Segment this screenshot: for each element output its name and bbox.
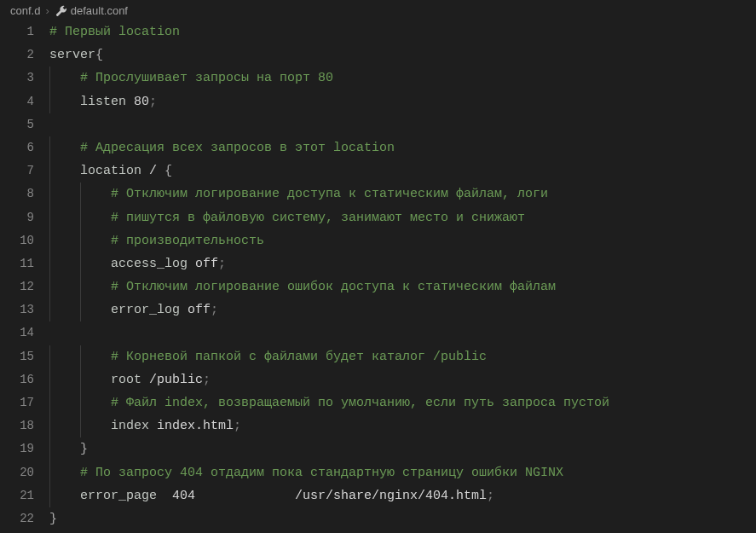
line-content: error_page 404 /usr/share/nginx/404.html… [49,484,494,507]
line-content: # Файл index, возвращаемый по умолчанию,… [49,391,609,414]
token: # Корневой папкой с файлами будет катало… [111,350,487,364]
token: listen [80,95,134,109]
code-line[interactable]: # По запросу 404 отдадим пока стандартну… [49,461,756,484]
token: server [49,48,95,62]
line-content: root /public; [49,368,211,391]
code-line[interactable]: # Первый location [49,20,756,43]
line-number: 1 [0,20,34,43]
line-number: 22 [0,507,34,530]
code-line[interactable]: # Отключим логирование доступа к статиче… [49,182,756,206]
token: # Файл index, возвращаемый по умолчанию,… [111,396,609,410]
token: 80 [134,95,149,109]
code-line[interactable]: # Файл index, возвращаемый по умолчанию,… [49,391,756,414]
breadcrumb-file[interactable]: default.conf [71,4,128,17]
line-content: error_log off; [49,298,218,322]
code-content[interactable]: # Первый locationserver{# Прослушивает з… [49,20,756,533]
breadcrumb[interactable]: conf.d › default.conf [0,0,756,20]
token: # Адресация всех запросов в этот locatio… [80,141,395,155]
indent-guide [49,461,50,484]
line-content: # производительность [49,229,264,252]
indent-guide [80,391,81,414]
code-line[interactable]: } [49,507,756,530]
code-line[interactable]: # Отключим логирование ошибок доступа к … [49,275,756,298]
code-line[interactable] [49,113,756,136]
code-line[interactable]: # Прослушивает запросы на порт 80 [49,67,756,90]
token: location [80,164,149,178]
token: off [195,257,218,271]
code-line[interactable]: index index.html; [49,414,756,437]
line-number: 14 [0,322,34,345]
code-line[interactable]: listen 80; [49,90,756,113]
code-line[interactable] [49,322,756,345]
code-line[interactable]: error_log off; [49,298,756,322]
code-line[interactable]: root /public; [49,368,756,391]
code-line[interactable]: error_page 404 /usr/share/nginx/404.html… [49,484,756,507]
code-line[interactable]: access_log off; [49,252,756,275]
token: root [111,373,149,387]
line-number: 4 [0,90,34,113]
indent-guide [49,159,50,182]
token: ; [149,95,157,109]
indent-guide [80,275,81,298]
line-number: 12 [0,275,34,298]
line-content: # Первый location [49,20,180,43]
line-content: } [49,437,88,461]
line-number-gutter: 12345678910111213141516171819202122 [0,20,49,533]
token: { [95,48,103,62]
line-content: listen 80; [49,90,157,113]
indent-guide [80,229,81,252]
indent-guide [49,345,50,368]
indent-guide [80,368,81,391]
indent-guide [80,206,81,229]
token: access_log [111,257,195,271]
indent-guide [80,345,81,368]
code-line[interactable]: # Адресация всех запросов в этот locatio… [49,136,756,159]
token: / [149,164,164,178]
token: ; [234,419,241,433]
token: # Отключим логирование доступа к статиче… [111,187,548,201]
code-line[interactable]: server{ [49,43,756,67]
code-line[interactable]: # Корневой папкой с файлами будет катало… [49,345,756,368]
line-content: # Отключим логирование ошибок доступа к … [49,275,556,298]
code-line[interactable]: } [49,437,756,461]
indent-guide [49,206,50,229]
line-content: # Отключим логирование доступа к статиче… [49,182,548,206]
line-content: # Адресация всех запросов в этот locatio… [49,136,395,159]
indent-guide [49,275,50,298]
breadcrumb-folder[interactable]: conf.d [10,4,40,17]
token: # Отключим логирование ошибок доступа к … [111,280,556,294]
line-number: 6 [0,136,34,159]
line-number: 21 [0,484,34,507]
line-content: # Прослушивает запросы на порт 80 [49,67,333,90]
indent-guide [49,437,50,461]
code-editor[interactable]: 12345678910111213141516171819202122 # Пе… [0,20,756,533]
token: # пишутся в файловую систему, занимают м… [111,211,525,225]
line-number: 3 [0,67,34,90]
token: } [49,512,57,526]
token: { [164,164,172,178]
token: ; [211,303,218,317]
wrench-icon [55,4,67,17]
token: # Прослушивает запросы на порт 80 [80,71,333,85]
token: /public [149,373,203,387]
line-number: 2 [0,43,34,67]
line-content: # По запросу 404 отдадим пока стандартну… [49,461,563,484]
indent-guide [80,252,81,275]
code-line[interactable]: location / { [49,159,756,182]
token: error_log [111,303,188,317]
line-content: location / { [49,159,172,182]
line-number: 5 [0,113,34,136]
token: ; [218,257,226,271]
line-content: index index.html; [49,414,241,437]
indent-guide [80,414,81,437]
code-line[interactable]: # производительность [49,229,756,252]
token: ; [203,373,211,387]
code-line[interactable]: # пишутся в файловую систему, занимают м… [49,206,756,229]
token: error_page [80,489,172,503]
line-number: 9 [0,206,34,229]
token: # По запросу 404 отдадим пока стандартну… [80,466,563,480]
line-number: 8 [0,182,34,206]
line-number: 16 [0,368,34,391]
line-content: access_log off; [49,252,226,275]
indent-guide [49,67,50,90]
